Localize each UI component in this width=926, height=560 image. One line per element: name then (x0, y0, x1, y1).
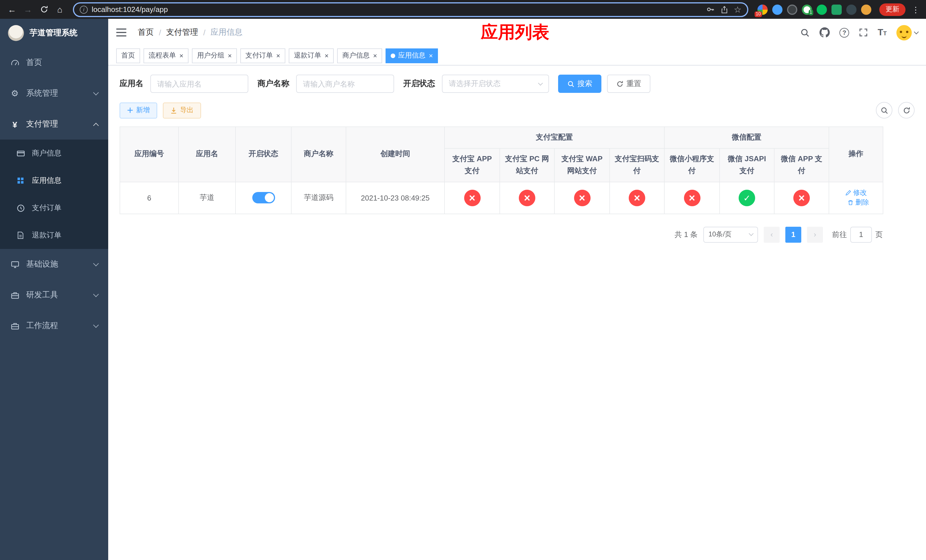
close-icon[interactable]: × (429, 51, 433, 59)
pagination-total: 共 1 条 (675, 229, 698, 239)
sidebar-item-label: 首页 (26, 58, 98, 68)
update-button[interactable]: 更新 (879, 3, 905, 16)
grid-icon (16, 177, 25, 185)
status-toggle[interactable] (252, 192, 275, 203)
reload-icon[interactable] (36, 2, 51, 17)
extension-colorful-icon[interactable]: 10 (757, 4, 768, 15)
next-page-button[interactable]: › (807, 227, 823, 242)
close-icon[interactable]: × (228, 51, 232, 59)
cell-created: 2021-10-23 08:49:25 (346, 182, 445, 213)
edit-link-label: 修改 (853, 188, 867, 198)
delete-link[interactable]: 删除 (847, 198, 869, 207)
extension-dark-icon[interactable] (787, 4, 797, 15)
close-icon[interactable]: × (179, 51, 183, 59)
extension-green-square-icon[interactable] (831, 4, 842, 15)
forward-icon[interactable]: → (21, 2, 35, 17)
breadcrumb-payment[interactable]: 支付管理 (166, 27, 198, 38)
col-group-alipay: 支付宝配置 (445, 127, 664, 148)
goto-page-input[interactable] (850, 227, 872, 242)
tab-user-group[interactable]: 用户分组 × (192, 48, 237, 63)
app-name-input[interactable] (150, 75, 248, 93)
sidebar-item-refund-order[interactable]: 退款订单 (0, 222, 108, 249)
close-icon[interactable]: × (373, 51, 377, 59)
chevron-down-icon (93, 260, 99, 266)
font-size-icon[interactable]: TT (878, 27, 887, 38)
password-key-icon[interactable] (706, 5, 714, 14)
cell-status (236, 182, 291, 213)
search-icon[interactable] (800, 28, 810, 37)
share-icon[interactable] (720, 5, 728, 14)
page-content: 应用名 商户名称 开启状态 请选择开启状态 (108, 65, 926, 560)
collapse-sidebar-icon[interactable] (116, 26, 129, 39)
sidebar-item-system[interactable]: ⚙ 系统管理 (0, 78, 108, 109)
document-icon (16, 231, 25, 239)
tab-refund-order[interactable]: 退款订单 × (289, 48, 334, 63)
extension-wechat-icon[interactable] (817, 4, 827, 15)
back-icon[interactable]: ← (5, 2, 20, 17)
tab-label: 应用信息 (398, 51, 425, 61)
sidebar-item-infra[interactable]: 基础设施 (0, 249, 108, 280)
status-badge (464, 189, 480, 206)
sidebar-item-dev-tools[interactable]: 研发工具 (0, 280, 108, 310)
breadcrumb-separator: / (159, 28, 161, 37)
tab-merchant-info[interactable]: 商户信息 × (337, 48, 382, 63)
sidebar-item-label: 应用信息 (32, 176, 98, 186)
status-badge (793, 189, 810, 206)
app-logo[interactable]: 芋道管理系统 (0, 19, 108, 47)
goto-prefix: 前往 (832, 229, 847, 239)
page-size-select[interactable]: 10条/页 (703, 227, 758, 242)
sidebar-item-label: 系统管理 (26, 88, 87, 98)
sidebar: 芋道管理系统 首页 ⚙ 系统管理 ¥ 支付管理 (0, 19, 108, 560)
tab-pay-order[interactable]: 支付订单 × (240, 48, 285, 63)
home-icon[interactable]: ⌂ (52, 2, 67, 17)
close-icon[interactable]: × (276, 51, 280, 59)
sidebar-item-home[interactable]: 首页 (0, 47, 108, 78)
extension-pin-icon[interactable] (846, 4, 856, 15)
table-row: 6 芋道 芋道源码 2021-10-23 08:49:25 (120, 182, 883, 213)
address-bar[interactable]: i localhost:1024/pay/app ☆ (73, 2, 748, 17)
sidebar-item-pay-order[interactable]: 支付订单 (0, 194, 108, 222)
breadcrumb-home[interactable]: 首页 (138, 27, 154, 38)
sidebar-item-label: 退款订单 (32, 230, 98, 241)
sidebar-item-merchant-info[interactable]: 商户信息 (0, 139, 108, 167)
close-icon[interactable]: × (325, 51, 328, 59)
page-number-1[interactable]: 1 (785, 227, 801, 242)
sidebar-item-payment[interactable]: ¥ 支付管理 (0, 109, 108, 139)
browser-menu-kebab-icon[interactable]: ⋮ (910, 5, 921, 14)
delete-link-label: 删除 (855, 198, 869, 207)
search-button-label: 搜索 (578, 79, 592, 89)
search-button[interactable]: 搜索 (558, 75, 601, 93)
extension-ring-icon[interactable]: 1 (802, 4, 812, 15)
profile-avatar[interactable] (861, 4, 872, 15)
sidebar-item-workflow[interactable]: 工作流程 (0, 310, 108, 341)
browser-chrome: ← → ⌂ i localhost:1024/pay/app ☆ 10 (0, 0, 926, 19)
toggle-search-button[interactable] (876, 102, 893, 118)
status-select[interactable]: 请选择开启状态 (442, 75, 549, 93)
payment-submenu: 商户信息 应用信息 支付订单 (0, 139, 108, 249)
github-icon[interactable] (820, 27, 830, 38)
refresh-button[interactable] (898, 102, 915, 118)
sidebar-item-label: 研发工具 (26, 290, 87, 300)
edit-link[interactable]: 修改 (845, 188, 867, 198)
tab-app-info[interactable]: 应用信息 × (386, 48, 438, 63)
tab-process-form[interactable]: 流程表单 × (144, 48, 189, 63)
add-button[interactable]: 新增 (120, 102, 157, 118)
chevron-down-icon (749, 231, 754, 236)
reset-button[interactable]: 重置 (607, 75, 651, 93)
sidebar-item-app-info[interactable]: 应用信息 (0, 167, 108, 194)
help-icon[interactable]: ? (840, 28, 849, 37)
top-header: 首页 / 支付管理 / 应用信息 应用列表 ? (108, 19, 926, 46)
site-info-icon[interactable]: i (80, 5, 88, 14)
status-badge (684, 189, 700, 206)
extension-badge-green: 1 (808, 9, 813, 15)
col-alipay-app: 支付宝 APP 支付 (445, 148, 500, 182)
prev-page-button[interactable]: ‹ (764, 227, 780, 242)
bookmark-star-icon[interactable]: ☆ (734, 4, 741, 15)
user-avatar[interactable] (896, 25, 918, 40)
merchant-name-input[interactable] (296, 75, 394, 93)
export-button[interactable]: 导出 (163, 102, 201, 118)
extension-drop-icon[interactable] (772, 4, 782, 15)
chevron-up-icon (93, 123, 99, 128)
fullscreen-icon[interactable] (859, 28, 868, 37)
tab-home[interactable]: 首页 (116, 48, 140, 63)
